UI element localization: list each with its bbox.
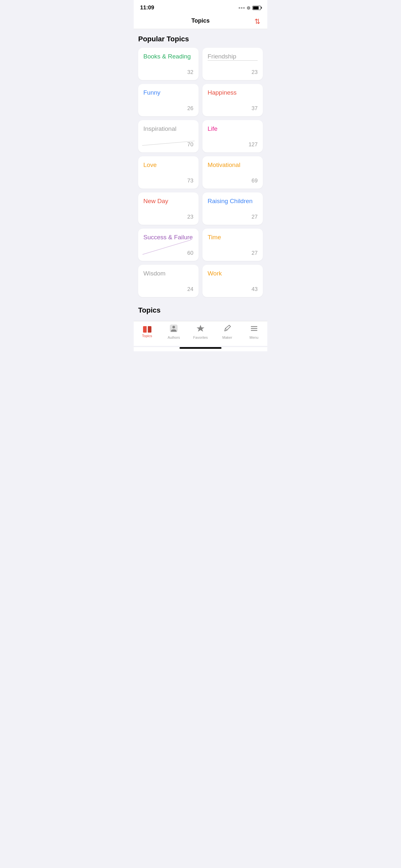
topic-name: Motivational (208, 161, 258, 169)
topic-name: Wisdom (143, 270, 193, 277)
topics-grid: Books & Reading 32 Friendship 23 Funny 2… (138, 48, 263, 297)
tab-menu-label: Menu (250, 336, 258, 339)
topic-card-life[interactable]: Life 127 (203, 120, 263, 152)
status-time: 11:09 (140, 4, 154, 11)
book-icon (143, 326, 151, 333)
topic-count: 73 (143, 178, 193, 184)
topic-name: Success & Failure (143, 234, 193, 241)
topic-card-books-reading[interactable]: Books & Reading 32 (138, 48, 198, 80)
sort-button[interactable]: ⇅ (253, 17, 261, 27)
status-bar: 11:09 ⊜ (134, 0, 267, 14)
tab-favorites-label: Favorites (193, 336, 208, 339)
bottom-section: Topics (134, 300, 267, 321)
topic-count: 37 (208, 105, 258, 112)
topic-card-inspirational[interactable]: Inspirational 70 (138, 120, 198, 152)
star-icon (196, 324, 205, 334)
header: Topics ⇅ (134, 14, 267, 29)
topic-name: Work (208, 270, 258, 277)
battery-icon (252, 6, 261, 10)
topic-name: Happiness (208, 89, 258, 97)
topic-count: 69 (208, 178, 258, 184)
topic-name: Funny (143, 89, 193, 97)
topic-name: Raising Children (208, 197, 258, 205)
tab-topics[interactable]: Topics (134, 326, 160, 338)
list-icon (250, 324, 258, 334)
tab-bar: Topics Authors Favorites (134, 321, 267, 346)
topic-card-success-failure[interactable]: Success & Failure 60 (138, 228, 198, 261)
topic-name: Time (208, 234, 258, 241)
topic-card-work[interactable]: Work 43 (203, 265, 263, 297)
bottom-section-title: Topics (138, 306, 263, 314)
topic-count: 23 (208, 69, 258, 75)
tab-authors[interactable]: Authors (160, 324, 187, 339)
topic-name: New Day (143, 197, 193, 205)
topic-card-friendship[interactable]: Friendship 23 (203, 48, 263, 80)
svg-rect-3 (147, 326, 148, 333)
tab-authors-label: Authors (167, 336, 180, 339)
topic-count: 26 (143, 105, 193, 112)
topic-card-funny[interactable]: Funny 26 (138, 84, 198, 116)
tab-maker-label: Maker (222, 336, 233, 339)
topic-count: 60 (143, 250, 193, 256)
topic-count: 27 (208, 214, 258, 220)
topic-card-time[interactable]: Time 27 (203, 228, 263, 261)
tab-topics-label: Topics (142, 334, 152, 338)
sort-icon: ⇅ (254, 18, 260, 26)
tab-menu[interactable]: Menu (241, 324, 267, 339)
popular-topics-title: Popular Topics (138, 35, 263, 43)
page-title: Topics (191, 18, 210, 24)
topic-card-wisdom[interactable]: Wisdom 24 (138, 265, 198, 297)
tab-maker[interactable]: Maker (214, 324, 241, 339)
wifi-icon: ⊜ (247, 5, 251, 10)
topic-count: 24 (143, 286, 193, 292)
main-content: Popular Topics Books & Reading 32 Friend… (134, 29, 267, 300)
svg-rect-7 (251, 326, 257, 327)
pencil-icon (223, 324, 232, 334)
topic-count: 127 (208, 142, 258, 148)
topic-name: Inspirational (143, 125, 193, 133)
topic-card-happiness[interactable]: Happiness 37 (203, 84, 263, 116)
status-icons: ⊜ (239, 5, 261, 10)
topic-name: Friendship (208, 53, 258, 60)
topic-card-love[interactable]: Love 73 (138, 156, 198, 189)
person-icon (169, 324, 178, 334)
svg-rect-9 (251, 330, 257, 331)
home-indicator (180, 347, 221, 349)
topic-card-raising-children[interactable]: Raising Children 27 (203, 192, 263, 225)
topic-name: Books & Reading (143, 53, 193, 60)
topic-count: 23 (143, 214, 193, 220)
svg-rect-1 (143, 326, 147, 333)
signal-icon (239, 7, 245, 9)
topic-count: 32 (143, 69, 193, 75)
svg-rect-2 (148, 326, 151, 333)
topic-card-new-day[interactable]: New Day 23 (138, 192, 198, 225)
svg-point-5 (173, 326, 175, 329)
topic-name: Love (143, 161, 193, 169)
topic-name: Life (208, 125, 258, 133)
svg-marker-6 (197, 325, 204, 332)
topic-card-motivational[interactable]: Motivational 69 (203, 156, 263, 189)
topic-count: 43 (208, 286, 258, 292)
topic-count: 27 (208, 250, 258, 256)
svg-rect-8 (251, 328, 257, 329)
tab-favorites[interactable]: Favorites (187, 324, 214, 339)
